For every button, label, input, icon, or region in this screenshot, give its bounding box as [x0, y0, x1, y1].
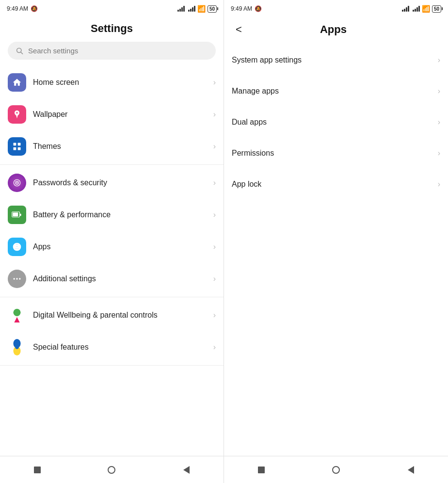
settings-list: Home screen › Wallpaper › Themes: [0, 66, 224, 456]
apps-list: System app settings › Manage apps › Dual…: [224, 45, 448, 456]
svg-rect-11: [20, 214, 21, 216]
search-icon: [16, 47, 23, 55]
battery-right: 50: [432, 5, 441, 13]
svg-rect-3: [18, 143, 21, 146]
wallpaper-icon: [8, 105, 26, 124]
settings-item-security[interactable]: Passwords & security ›: [0, 167, 224, 199]
time-right: 9:49 AM: [231, 5, 252, 12]
wallpaper-chevron: ›: [213, 110, 216, 119]
wellbeing-icon: [9, 307, 25, 323]
wifi-icon-left: 📶: [197, 5, 206, 13]
battery-chevron: ›: [213, 210, 216, 219]
security-label: Passwords & security: [33, 178, 213, 188]
app-lock-chevron: ›: [438, 180, 440, 189]
apps-settings-icon: [8, 238, 26, 256]
signal-icon2-left: [188, 6, 195, 12]
alarm-icon: 🔕: [31, 5, 38, 12]
svg-line-1: [21, 52, 23, 54]
additional-chevron: ›: [213, 274, 216, 283]
back-button[interactable]: <: [232, 21, 246, 38]
battery-left: 50: [208, 5, 217, 13]
wellbeing-label: Digital Wellbeing & parental controls: [33, 310, 213, 321]
svg-rect-10: [13, 212, 18, 216]
svg-point-12: [16, 244, 18, 246]
divider-3: [0, 365, 224, 366]
home-screen-icon: [8, 73, 26, 92]
settings-title: Settings: [0, 17, 224, 42]
manage-apps-chevron: ›: [438, 87, 440, 96]
apps-label: Apps: [33, 242, 213, 252]
nav-square-left[interactable]: [31, 463, 44, 477]
svg-marker-17: [14, 317, 19, 322]
svg-point-16: [13, 309, 20, 316]
apps-panel: 9:49 AM 🔕 📶 50 < Ap: [224, 0, 448, 483]
additional-icon: [8, 270, 26, 288]
system-app-settings-chevron: ›: [438, 56, 440, 64]
themes-chevron: ›: [213, 142, 216, 151]
settings-panel: 9:49 AM 🔕 📶 50 Settings: [0, 0, 224, 483]
bottom-nav-right: [224, 456, 448, 483]
security-icon: [8, 174, 26, 192]
dual-apps-label: Dual apps: [232, 118, 438, 127]
dual-apps-chevron: ›: [438, 118, 440, 127]
system-app-settings-label: System app settings: [232, 56, 438, 64]
battery-icon: [8, 206, 26, 224]
divider-2: [0, 297, 224, 297]
nav-square-right[interactable]: [255, 463, 268, 477]
permissions-chevron: ›: [438, 149, 440, 158]
wallpaper-label: Wallpaper: [33, 110, 213, 120]
wifi-icon-right: 📶: [422, 5, 430, 13]
manage-apps-label: Manage apps: [232, 87, 438, 96]
svg-point-13: [14, 278, 15, 279]
settings-item-additional[interactable]: Additional settings ›: [0, 263, 224, 295]
battery-label: Battery & performance: [33, 210, 213, 220]
wellbeing-chevron: ›: [213, 311, 216, 320]
divider-1: [0, 164, 224, 165]
settings-item-home-screen[interactable]: Home screen ›: [0, 66, 224, 98]
search-bar[interactable]: [8, 42, 216, 60]
svg-rect-4: [14, 147, 16, 150]
settings-item-special[interactable]: Special features ›: [0, 331, 224, 363]
special-icon: [9, 339, 25, 355]
apps-item-system-app-settings[interactable]: System app settings ›: [224, 45, 448, 76]
security-chevron: ›: [213, 178, 216, 187]
apps-item-app-lock[interactable]: App lock ›: [224, 169, 448, 200]
themes-icon: [8, 137, 26, 156]
bottom-nav-left: [0, 456, 224, 483]
settings-item-battery[interactable]: Battery & performance ›: [0, 199, 224, 231]
special-chevron: ›: [213, 343, 216, 352]
permissions-label: Permissions: [232, 149, 438, 158]
nav-home-right[interactable]: [329, 463, 343, 477]
nav-home-left[interactable]: [105, 463, 118, 477]
status-bar-left: 9:49 AM 🔕 📶 50: [0, 0, 224, 17]
status-bar-right: 9:49 AM 🔕 📶 50: [224, 0, 448, 17]
settings-item-wallpaper[interactable]: Wallpaper ›: [0, 98, 224, 130]
special-icon-wrap: [8, 338, 26, 356]
apps-header: < Apps: [224, 17, 448, 45]
svg-point-8: [16, 182, 17, 183]
settings-item-themes[interactable]: Themes ›: [0, 130, 224, 162]
search-input[interactable]: [28, 47, 208, 55]
apps-item-manage-apps[interactable]: Manage apps ›: [224, 76, 448, 107]
apps-chevron: ›: [213, 242, 216, 251]
nav-back-right[interactable]: [404, 463, 417, 477]
svg-point-14: [16, 278, 17, 279]
settings-item-apps[interactable]: Apps ›: [0, 231, 224, 263]
special-label: Special features: [33, 342, 213, 353]
app-lock-label: App lock: [232, 180, 438, 189]
search-bar-container: [0, 42, 224, 66]
apps-item-dual-apps[interactable]: Dual apps ›: [224, 107, 448, 138]
apps-item-permissions[interactable]: Permissions ›: [224, 138, 448, 169]
settings-item-wellbeing[interactable]: Digital Wellbeing & parental controls ›: [0, 299, 224, 331]
svg-rect-2: [14, 143, 16, 146]
themes-label: Themes: [33, 142, 213, 152]
svg-rect-5: [18, 147, 21, 150]
home-screen-label: Home screen: [33, 78, 213, 88]
svg-point-20: [15, 345, 19, 349]
time-left: 9:49 AM: [7, 5, 28, 12]
signal-icon-right: [402, 6, 409, 12]
wellbeing-icon-wrap: [8, 306, 26, 324]
home-screen-chevron: ›: [213, 78, 216, 87]
signal-icon-left: [177, 6, 185, 12]
nav-back-left[interactable]: [179, 463, 193, 477]
